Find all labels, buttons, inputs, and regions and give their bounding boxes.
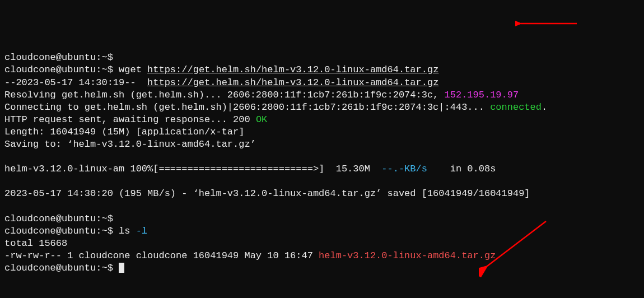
resolved-url: https://get.helm.sh/helm-v3.12.0-linux-a…: [147, 77, 438, 88]
saved-line: 2023-05-17 14:30:20 (195 MB/s) - ‘helm-v…: [4, 188, 530, 199]
wget-url: https://get.helm.sh/helm-v3.12.0-linux-a…: [147, 64, 438, 75]
cursor: [119, 263, 124, 273]
dot: .: [542, 102, 547, 113]
prompt: cloudcone@ubuntu:~$: [4, 226, 113, 236]
annotation-arrow-icon: [515, 17, 582, 30]
saving-line: Saving to: ‘helm-v3.12.0-linux-amd64.tar…: [4, 139, 256, 150]
prompt: cloudcone@ubuntu:~$: [4, 263, 113, 273]
http-request: HTTP request sent, awaiting response... …: [4, 114, 256, 125]
ip-address: 152.195.19.97: [445, 90, 519, 100]
terminal-output[interactable]: cloudcone@ubuntu:~$ cloudcone@ubuntu:~$ …: [4, 52, 640, 274]
connecting-line: Connecting to get.helm.sh (get.helm.sh)|…: [4, 102, 490, 113]
progress-speed: --.-KB/s: [381, 164, 427, 174]
length-line: Length: 16041949 (15M) [application/x-ta…: [4, 127, 244, 137]
prompt: cloudcone@ubuntu:~$: [4, 52, 113, 63]
ok-status: OK: [256, 114, 267, 125]
filename: helm-v3.12.0-linux-amd64.tar.gz: [319, 250, 496, 261]
total-line: total 15668: [4, 238, 67, 249]
timestamp: --2023-05-17 14:30:19--: [4, 77, 147, 88]
prompt: cloudcone@ubuntu:~$: [4, 64, 113, 75]
file-perms: -rw-rw-r-- 1 cloudcone cloudcone 1604194…: [4, 250, 319, 261]
connected-status: connected: [490, 102, 542, 113]
progress-bar: helm-v3.12.0-linux-am 100%[=============…: [4, 164, 381, 174]
resolving-line: Resolving get.helm.sh (get.helm.sh)... 2…: [4, 90, 445, 100]
prompt: cloudcone@ubuntu:~$: [4, 213, 113, 224]
ls-cmd: ls: [119, 226, 136, 236]
wget-cmd: wget: [119, 64, 142, 75]
progress-time: in 0.08s: [427, 164, 496, 174]
ls-flag: -l: [136, 226, 147, 236]
